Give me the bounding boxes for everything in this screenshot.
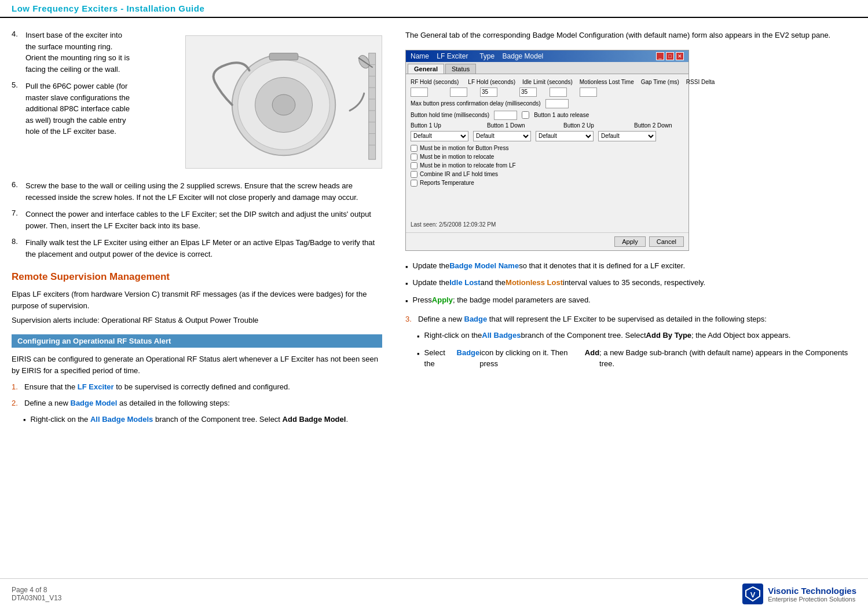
- max-button-input[interactable]: [545, 99, 569, 108]
- logo-tagline: Enterprise Protection Solutions: [768, 596, 856, 603]
- lf-hold-label: LF Hold (seconds): [468, 79, 515, 85]
- footer-right: V Visonic Technologies Enterprise Protec…: [742, 584, 856, 604]
- idle-limit-input[interactable]: [480, 87, 497, 97]
- badge-model-name-link: Badge Model Name: [449, 260, 519, 273]
- section-heading-rsm: Remote Supervision Management: [12, 271, 382, 283]
- maximize-button[interactable]: □: [666, 52, 674, 60]
- all-badge-models-link: All Badge Models: [90, 415, 153, 424]
- button1-down-select[interactable]: Default: [473, 131, 531, 141]
- doc-ref: DTA03N01_V13: [12, 594, 62, 602]
- highlight-bar: Configuring an Operational RF Status Ale…: [12, 334, 382, 348]
- checkbox-motion-button: Must be in motion for Button Press: [411, 145, 684, 152]
- right-bullet-1: Update the Badge Model Name so that it d…: [405, 260, 856, 273]
- motion-button-label: Must be in motion for Button Press: [420, 145, 508, 151]
- page-footer: Page 4 of 8 DTA03N01_V13 V Visonic Techn…: [0, 578, 868, 609]
- motion-button-check[interactable]: [411, 145, 417, 152]
- apply-button[interactable]: Apply: [614, 236, 646, 247]
- last-seen-row: Last seen: 2/5/2008 12:09:32 PM: [411, 221, 684, 228]
- badge-model-link: Badge Model: [71, 399, 118, 407]
- motionless-input[interactable]: [519, 87, 537, 97]
- gap-time-label: Gap Time (ms): [641, 79, 679, 85]
- close-button[interactable]: ✕: [676, 52, 684, 60]
- window-name-label: Name: [411, 52, 429, 60]
- step-8: 8. Finally walk test the LF Exciter usin…: [12, 237, 382, 260]
- window-title: Name LF Exciter Type Badge Model: [411, 52, 543, 60]
- checkbox-reports-temp: Reports Temperature: [411, 180, 684, 187]
- max-button-row: Max button press confirmation delay (mil…: [411, 99, 684, 108]
- step-7: 7. Connect the power and interface cable…: [12, 209, 382, 231]
- motion-relocate-lf-label: Must be in motion to relocate from LF: [420, 162, 516, 169]
- right-column: The General tab of the corresponding Bad…: [400, 30, 856, 429]
- motionless-label: Motionless Lost Time: [580, 79, 634, 85]
- rssi-delta-label: RSSI Delta: [686, 79, 715, 85]
- add-badge-model-bold: Add Badge Model: [283, 415, 346, 424]
- motion-relocate-lf-check[interactable]: [411, 162, 417, 169]
- step-6-num: 6.: [12, 180, 25, 203]
- window-title-bar: Name LF Exciter Type Badge Model _ □ ✕: [406, 50, 688, 62]
- checkbox-combine-ir-lf: Combine IR and LF hold times: [411, 171, 684, 178]
- tab-status[interactable]: Status: [445, 64, 476, 74]
- step-5-text: Pull the 6P6C power cable (for master sl…: [25, 81, 130, 137]
- button-selects-row: Default Default Default Default: [411, 131, 684, 141]
- reports-temp-label: Reports Temperature: [420, 180, 474, 186]
- main-content: 4. Insert base of the exciter into the s…: [0, 18, 868, 441]
- tab-general[interactable]: General: [408, 64, 444, 74]
- logo-brand: Visonic Technologies: [768, 586, 856, 596]
- lf-hold-input[interactable]: [450, 87, 467, 97]
- step-4-text: Insert base of the exciter into the surf…: [25, 30, 130, 75]
- motionless-lost-link: Motionless Lost: [506, 277, 563, 290]
- badge-icon-link: Badge: [457, 347, 480, 370]
- step-3-text: Define a new Badge that will represent t…: [418, 313, 767, 325]
- gap-time-input[interactable]: [550, 87, 567, 97]
- motion-relocate-check[interactable]: [411, 154, 417, 161]
- button-auto-release-label: Button 1 auto release: [534, 112, 589, 118]
- button-hold-input[interactable]: [494, 111, 517, 120]
- button2-up-label: Button 2 Up: [563, 122, 627, 129]
- checkboxes-group: Must be in motion for Button Press Must …: [411, 145, 684, 187]
- right-bullet-2: Update the Idle Lost and the Motionless …: [405, 277, 856, 290]
- config-step-1-text: Ensure that the LF Exciter to be supervi…: [24, 381, 290, 393]
- window-type-value: Badge Model: [503, 52, 544, 60]
- svg-point-4: [272, 94, 295, 115]
- step-8-text: Finally walk test the LF Exciter using e…: [25, 237, 382, 260]
- button2-up-select[interactable]: Default: [536, 131, 594, 141]
- svg-text:V: V: [750, 590, 756, 599]
- add-bold: Add: [585, 347, 599, 370]
- motion-relocate-label: Must be in motion to relocate: [420, 154, 494, 160]
- minimize-button[interactable]: _: [656, 52, 664, 60]
- button-auto-release-check[interactable]: [522, 111, 529, 119]
- config-step-2: 2. Define a new Badge Model as detailed …: [12, 398, 382, 409]
- right-bullet-list: Update the Badge Model Name so that it d…: [405, 260, 856, 307]
- window-type-label: Type: [479, 52, 495, 60]
- svg-rect-5: [269, 53, 298, 60]
- svg-rect-6: [369, 53, 376, 159]
- step-6: 6. Screw the base to the wall or ceiling…: [12, 180, 382, 203]
- step-4: 4. Insert base of the exciter into the s…: [12, 30, 130, 75]
- page-title: Low Frequency Exciters - Installation Gu…: [12, 3, 204, 13]
- step-3-num: 3.: [405, 313, 418, 325]
- button1-up-select[interactable]: Default: [411, 131, 468, 141]
- step-5-num: 5.: [12, 81, 25, 137]
- exciter-image: [185, 35, 382, 169]
- step-8-num: 8.: [12, 237, 25, 260]
- step2-bullet-1: Right-click on the All Badge Models bran…: [23, 414, 382, 426]
- button2-down-select[interactable]: Default: [598, 131, 656, 141]
- idle-limit-label: Idle Limit (seconds): [522, 79, 573, 85]
- page-header: Low Frequency Exciters - Installation Gu…: [0, 0, 868, 18]
- intro-text: The General tab of the corresponding Bad…: [405, 30, 856, 42]
- config-step-1-num: 1.: [12, 381, 24, 393]
- badge-link: Badge: [464, 315, 488, 323]
- max-button-label: Max button press confirmation delay (mil…: [411, 100, 541, 107]
- rssi-delta-input[interactable]: [580, 87, 597, 97]
- rf-hold-label: RF Hold (seconds): [411, 79, 459, 85]
- step3-bullet-2: Select the Badge icon by clicking on it.…: [417, 347, 856, 370]
- cancel-button[interactable]: Cancel: [649, 236, 684, 247]
- combine-ir-lf-check[interactable]: [411, 171, 417, 178]
- reports-temp-check[interactable]: [411, 180, 417, 187]
- tab-bar: General Status: [406, 62, 688, 74]
- add-by-type-bold: Add By Type: [646, 330, 692, 342]
- lf-exciter-link: LF Exciter: [78, 382, 114, 391]
- rf-hold-input[interactable]: [411, 87, 428, 97]
- apply-link: Apply: [432, 294, 453, 307]
- config-step-2-text: Define a new Badge Model as detailed in …: [24, 398, 230, 409]
